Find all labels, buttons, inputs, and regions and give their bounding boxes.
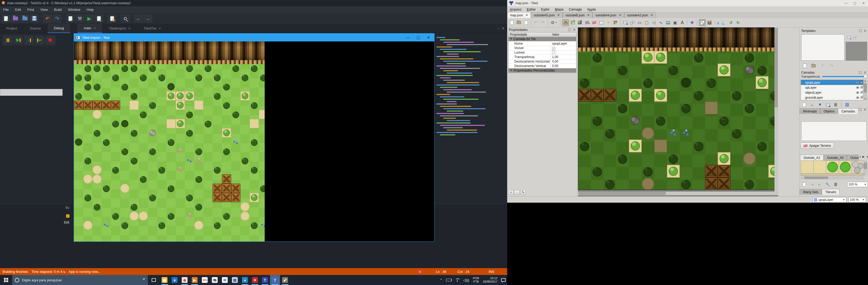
- select-objects-button[interactable]: [622, 19, 629, 26]
- property-row-nome[interactable]: NomeupupLayer: [508, 41, 576, 46]
- resume-button[interactable]: [14, 36, 23, 44]
- run-button[interactable]: ▶: [85, 14, 94, 23]
- close-panel-icon[interactable]: ✕: [864, 29, 866, 33]
- tileset-tile-sand[interactable]: [814, 161, 826, 173]
- maximize-button[interactable]: ▢: [416, 35, 420, 40]
- close-tab-icon[interactable]: ✕: [557, 13, 560, 17]
- new-template-button[interactable]: [801, 62, 808, 69]
- taskbar-file-explorer[interactable]: ▣: [159, 275, 169, 285]
- lock-icon[interactable]: [861, 86, 863, 88]
- tileset-tab-outside[interactable]: Outside: [847, 155, 859, 161]
- tileset-tab-outside_a2[interactable]: Outside_A2: [800, 155, 824, 161]
- map-vertical-scrollbar[interactable]: [774, 28, 778, 191]
- doc-tab-outsideA2.json[interactable]: outsideA2.json✕: [624, 12, 656, 18]
- find-button[interactable]: [121, 14, 129, 23]
- game-render-area[interactable]: [74, 41, 434, 242]
- add-property-button[interactable]: +: [508, 190, 514, 195]
- taskbar-monkey2-app[interactable]: ◕: [240, 275, 250, 285]
- step-into-button[interactable]: ↓: [25, 36, 34, 44]
- taskbar-chrome-browser[interactable]: ◉: [180, 275, 190, 285]
- tileset-tile-bush[interactable]: [826, 161, 839, 173]
- open-template-button[interactable]: [810, 62, 817, 69]
- pause-button[interactable]: [3, 36, 12, 44]
- execute-button[interactable]: ⚙▼: [549, 19, 559, 26]
- duplicate-layer-button[interactable]: [825, 101, 831, 108]
- open-map-button[interactable]: [515, 19, 522, 26]
- property-group[interactable]: Propriedades Personalizadas: [508, 68, 576, 73]
- tileset-tab-outside_a4[interactable]: Outside_A4: [824, 155, 847, 161]
- new-file-button[interactable]: [2, 14, 10, 23]
- taskbar-media-player[interactable]: ▶: [190, 275, 200, 285]
- taskbar-store[interactable]: 🛍: [210, 275, 220, 285]
- visibility-eye-icon[interactable]: [856, 86, 859, 89]
- tab-list-dropdown-icon[interactable]: ▼: [866, 156, 868, 158]
- opacity-slider-handle[interactable]: [864, 75, 867, 78]
- menu-mapa[interactable]: Mapa: [552, 7, 566, 11]
- layer-item-upupLayer[interactable]: upupLayer: [801, 80, 863, 85]
- visibility-eye-icon[interactable]: [856, 92, 859, 94]
- edit-property-button[interactable]: ✎: [520, 190, 526, 195]
- tileset-zoom-select[interactable]: 100 %▼: [847, 182, 868, 187]
- wang-brush-button[interactable]: [577, 19, 583, 26]
- menu-ajuda[interactable]: Ajuda: [584, 7, 598, 11]
- taskbar-calendar-321[interactable]: 321: [200, 275, 210, 285]
- language-indicator[interactable]: POR PTB: [473, 277, 479, 283]
- insert-rectangle-button[interactable]: ▭: [636, 19, 643, 26]
- insert-polygon-button[interactable]: ◁: [650, 19, 657, 26]
- menu-help[interactable]: Help: [84, 6, 97, 13]
- undo-button[interactable]: ↶: [43, 14, 52, 23]
- menu-editar[interactable]: Editar: [524, 7, 538, 11]
- close-doc-icon[interactable]: ✕: [502, 26, 504, 30]
- tab-scroll-left-icon[interactable]: ◀: [859, 155, 861, 158]
- layers-scrollbar[interactable]: ▲ ▼: [864, 80, 867, 100]
- open-project-button[interactable]: [11, 14, 20, 23]
- dock-tab-camadas[interactable]: Camadas: [838, 108, 858, 114]
- taskbar-tiled-app[interactable]: T: [270, 275, 280, 285]
- same-tile-select-button[interactable]: [612, 19, 619, 26]
- doc-tab-outsideA4.json[interactable]: outsideA4.json✕: [592, 12, 624, 18]
- float-panel-icon[interactable]: [859, 30, 862, 32]
- maximize-button[interactable]: ▢: [854, 1, 857, 5]
- menu-find[interactable]: Find: [24, 6, 37, 13]
- lower-layer-button[interactable]: ▼: [816, 101, 824, 108]
- random-mode-button[interactable]: [699, 19, 706, 26]
- taskbar-search[interactable]: Digite aqui para pesquisar 🎤: [12, 275, 148, 285]
- property-row-locked[interactable]: Locked: [508, 50, 576, 55]
- insert-text-button[interactable]: A: [679, 19, 686, 26]
- property-group[interactable]: Camada do Tile: [508, 37, 576, 41]
- taskbar-gimp-app[interactable]: 🖌: [280, 275, 290, 285]
- error-badge-icon[interactable]: ✕: [418, 270, 422, 274]
- remove-property-button[interactable]: −: [514, 190, 520, 195]
- check-source-button[interactable]: [66, 14, 74, 23]
- forward-button[interactable]: →: [144, 14, 152, 23]
- tileset-hscrollbar[interactable]: [801, 176, 864, 179]
- select-template-icon[interactable]: [847, 36, 851, 39]
- property-row-visível[interactable]: Visível✓: [508, 46, 576, 50]
- current-layer-select[interactable]: upupLayer▼: [812, 197, 846, 203]
- redo-icon[interactable]: ↷: [828, 62, 835, 69]
- build-run-button[interactable]: [95, 14, 103, 23]
- close-tab-icon[interactable]: ✕: [93, 26, 96, 30]
- lock-icon[interactable]: [861, 92, 863, 94]
- task-view-button[interactable]: [148, 275, 159, 285]
- build-button[interactable]: ⚒: [75, 14, 84, 23]
- rotate-right-button[interactable]: ↻: [735, 19, 741, 26]
- import-tileset-button[interactable]: ⇥: [809, 181, 815, 188]
- close-button[interactable]: ✕: [427, 35, 430, 40]
- layer-item-objectLayer[interactable]: objectLayer: [801, 90, 863, 95]
- menu-file[interactable]: File: [0, 6, 12, 13]
- tileset-view[interactable]: [801, 161, 864, 176]
- save-map-button[interactable]: ↓: [523, 19, 529, 26]
- redo-button[interactable]: ↷: [53, 14, 61, 23]
- tray-chevron-icon[interactable]: ⌃: [439, 278, 442, 282]
- taskbar-notes-app[interactable]: ▤: [230, 275, 240, 285]
- checkbox[interactable]: ✓: [552, 47, 555, 50]
- battery-icon[interactable]: [446, 279, 452, 281]
- bucket-fill-button[interactable]: [584, 19, 590, 26]
- terrain-brush-button[interactable]: [569, 19, 576, 26]
- side-tab-project[interactable]: Project: [0, 24, 24, 33]
- close-tab-icon[interactable]: ✕: [128, 27, 131, 30]
- highlight-layer-button[interactable]: [706, 19, 713, 26]
- float-panel-icon[interactable]: [859, 71, 862, 74]
- highlight-current-layer-button[interactable]: [844, 101, 850, 108]
